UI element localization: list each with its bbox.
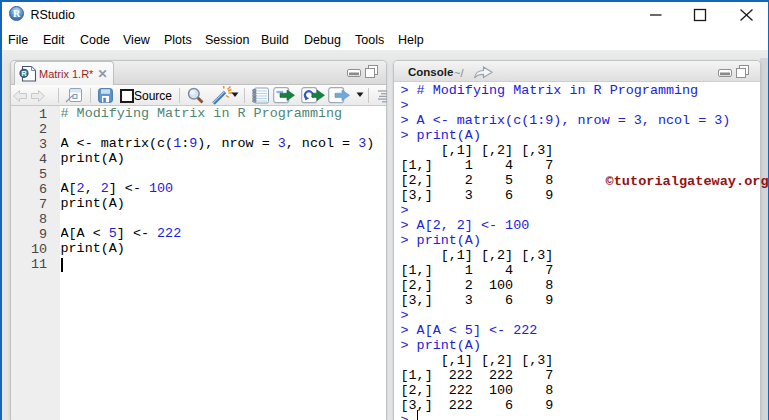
svg-text:R: R: [21, 70, 26, 77]
